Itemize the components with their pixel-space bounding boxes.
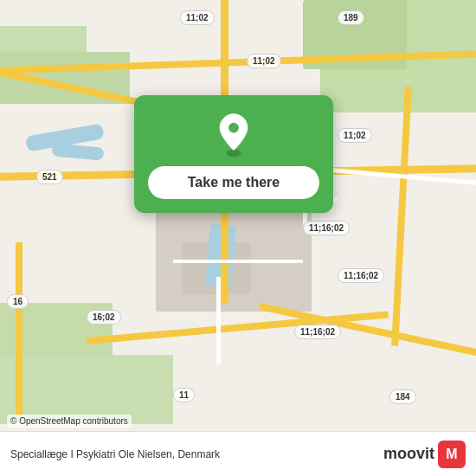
svg-point-1 [228, 123, 239, 133]
copyright-text: © OpenStreetMap contributors [7, 415, 132, 428]
road-label-r10: 11;16;02 [294, 325, 341, 339]
location-pin-icon [211, 113, 256, 158]
green-area-6 [0, 355, 173, 424]
moovit-text: moovit [383, 445, 434, 463]
main-road-v3 [16, 242, 23, 415]
road-label-r2: 189 [338, 10, 364, 25]
road-label-r4: 11;02 [338, 128, 372, 143]
footer-bar: Speciallæge I Psykiatri Ole Nielsen, Den… [0, 431, 476, 476]
moovit-icon: M [438, 441, 466, 468]
popup-card: Take me there [134, 95, 333, 213]
road-label-r3: 11;02 [247, 54, 281, 68]
road-label-r6: 11;16;02 [303, 221, 350, 235]
road-label-r11: 11 [173, 388, 195, 402]
road-label-r7: 16 [7, 294, 29, 309]
map-container: 11;02 189 11;02 11;02 521 11;16;02 16 11… [0, 0, 476, 476]
road-label-r5: 521 [36, 170, 63, 184]
road-label-r9: 16;02 [87, 310, 121, 325]
take-me-there-button[interactable]: Take me there [148, 166, 319, 199]
minor-road-5 [216, 277, 221, 363]
moovit-logo: moovit M [383, 441, 466, 468]
minor-road-2 [173, 260, 303, 263]
road-label-r1: 11;02 [180, 10, 215, 25]
road-label-r12: 184 [389, 389, 416, 404]
road-label-r8: 11;16;02 [338, 268, 384, 283]
place-name: Speciallæge I Psykiatri Ole Nielsen, Den… [10, 448, 220, 460]
